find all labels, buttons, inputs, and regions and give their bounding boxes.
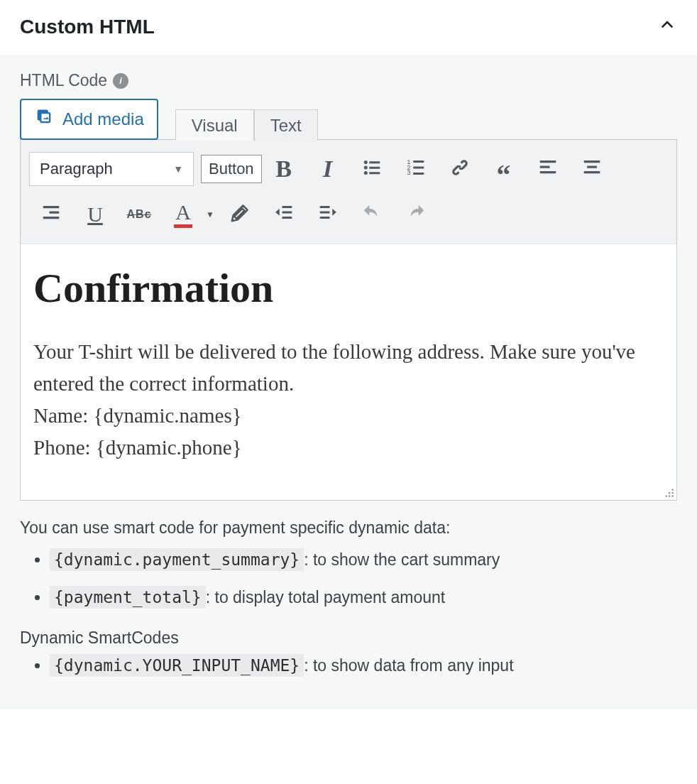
svg-rect-12 xyxy=(539,160,556,163)
insert-button-button[interactable]: Button xyxy=(201,155,262,183)
svg-point-0 xyxy=(363,160,367,164)
smartcode: {dynamic.YOUR_INPUT_NAME} xyxy=(50,654,304,677)
list-item: {payment_total}: to display total paymen… xyxy=(50,584,677,611)
redo-icon xyxy=(405,202,427,227)
help-list-1: {dynamic.payment_summary}: to show the c… xyxy=(20,546,677,611)
field-label: HTML Code xyxy=(20,71,107,90)
content-line-3: Phone: {dynamic.phone} xyxy=(33,432,664,464)
wysiwyg-editor: Paragraph ▼ Button B I 123 xyxy=(20,139,677,501)
align-edge-button[interactable] xyxy=(29,195,73,234)
help-subhead: Dynamic SmartCodes xyxy=(20,628,677,648)
svg-rect-24 xyxy=(320,206,330,208)
help-intro: You can use smart code for payment speci… xyxy=(20,516,677,539)
text-color-dropdown[interactable]: ▼ xyxy=(202,209,218,219)
align-center-button[interactable] xyxy=(570,150,614,188)
smartcode: {payment_total} xyxy=(50,586,206,609)
panel-header[interactable]: Custom HTML xyxy=(0,0,697,55)
editor-mode-tabs: Visual Text xyxy=(175,109,318,140)
chevron-down-icon: ▼ xyxy=(173,163,183,175)
undo-button[interactable] xyxy=(350,195,394,234)
panel-body: HTML Code i Add media Visual Text Paragr… xyxy=(0,55,697,709)
svg-rect-28 xyxy=(669,492,670,494)
svg-rect-31 xyxy=(669,496,670,497)
svg-rect-26 xyxy=(320,217,330,219)
editor-toolbar: Paragraph ▼ Button B I 123 xyxy=(21,140,676,244)
outdent-button[interactable] xyxy=(262,195,306,234)
toolbar-row-1: Paragraph ▼ Button B I 123 xyxy=(29,150,668,188)
chevron-up-icon[interactable] xyxy=(657,14,677,39)
indent-button[interactable] xyxy=(306,195,350,234)
svg-rect-5 xyxy=(369,172,380,174)
svg-rect-32 xyxy=(672,496,674,497)
text-color-button[interactable]: A xyxy=(161,195,205,234)
svg-rect-3 xyxy=(369,167,380,169)
svg-rect-30 xyxy=(666,496,667,497)
outdent-icon xyxy=(273,202,295,227)
ordered-list-icon: 123 xyxy=(405,157,427,181)
format-select[interactable]: Paragraph ▼ xyxy=(29,152,194,186)
bold-icon: B xyxy=(275,156,292,183)
editor-content-area[interactable]: Confirmation Your T-shirt will be delive… xyxy=(21,244,676,500)
redo-button[interactable] xyxy=(394,195,438,234)
unordered-list-icon xyxy=(361,157,383,181)
format-select-value: Paragraph xyxy=(40,160,113,178)
tab-text[interactable]: Text xyxy=(254,109,318,141)
svg-rect-22 xyxy=(282,212,292,214)
field-label-row: HTML Code i xyxy=(20,71,677,90)
svg-rect-29 xyxy=(672,492,674,494)
svg-rect-11 xyxy=(413,173,424,175)
italic-button[interactable]: I xyxy=(306,150,350,188)
content-line-1: Your T-shirt will be delivered to the fo… xyxy=(33,336,664,400)
svg-rect-7 xyxy=(413,160,424,163)
svg-rect-17 xyxy=(583,171,600,173)
media-icon xyxy=(34,107,54,131)
svg-rect-15 xyxy=(583,160,600,163)
svg-rect-25 xyxy=(320,212,330,214)
italic-icon: I xyxy=(323,156,332,183)
help-list-2: {dynamic.YOUR_INPUT_NAME}: to show data … xyxy=(20,652,677,680)
unordered-list-button[interactable] xyxy=(350,150,394,188)
svg-rect-18 xyxy=(43,206,60,208)
smartcode: {dynamic.payment_summary} xyxy=(50,548,304,571)
info-icon[interactable]: i xyxy=(113,73,128,89)
underline-button[interactable]: U xyxy=(73,195,117,234)
add-media-label: Add media xyxy=(62,109,144,129)
add-media-button[interactable]: Add media xyxy=(20,99,158,140)
align-left-icon xyxy=(537,157,559,181)
toolbar-row-2: U ABє A ▼ xyxy=(29,195,668,234)
svg-point-4 xyxy=(363,171,367,175)
editor-top-controls: Add media Visual Text xyxy=(20,99,677,140)
panel-title: Custom HTML xyxy=(20,16,155,38)
custom-html-panel: Custom HTML HTML Code i Add media Visual… xyxy=(0,0,697,709)
blockquote-icon: “ xyxy=(497,158,511,180)
svg-rect-14 xyxy=(539,171,556,173)
bold-button[interactable]: B xyxy=(262,150,306,188)
tab-visual-label: Visual xyxy=(192,116,238,135)
indent-icon xyxy=(317,202,339,227)
svg-rect-1 xyxy=(369,161,380,163)
svg-rect-13 xyxy=(539,166,549,168)
resize-grip-icon[interactable] xyxy=(662,486,675,499)
list-item: {dynamic.payment_summary}: to show the c… xyxy=(50,546,677,574)
align-edge-icon xyxy=(40,202,62,227)
strikethrough-button[interactable]: ABє xyxy=(117,195,161,234)
tab-visual[interactable]: Visual xyxy=(175,109,254,141)
align-left-button[interactable] xyxy=(526,150,570,188)
svg-rect-27 xyxy=(672,489,674,491)
smartcode-desc: : to display total payment amount xyxy=(206,588,446,606)
undo-icon xyxy=(361,202,383,227)
insert-button-label: Button xyxy=(209,160,254,178)
ordered-list-button[interactable]: 123 xyxy=(394,150,438,188)
svg-rect-21 xyxy=(282,206,292,208)
svg-rect-23 xyxy=(282,217,292,219)
blockquote-button[interactable]: “ xyxy=(482,150,526,188)
svg-rect-20 xyxy=(43,217,60,219)
clear-format-icon xyxy=(229,202,251,227)
link-button[interactable] xyxy=(438,150,482,188)
content-line-2: Name: {dynamic.names} xyxy=(33,400,664,432)
strikethrough-icon: ABє xyxy=(127,208,152,221)
list-item: {dynamic.YOUR_INPUT_NAME}: to show data … xyxy=(50,652,677,680)
smartcode-desc: : to show data from any input xyxy=(304,656,513,675)
clear-format-button[interactable] xyxy=(218,195,262,234)
svg-rect-19 xyxy=(50,212,60,214)
